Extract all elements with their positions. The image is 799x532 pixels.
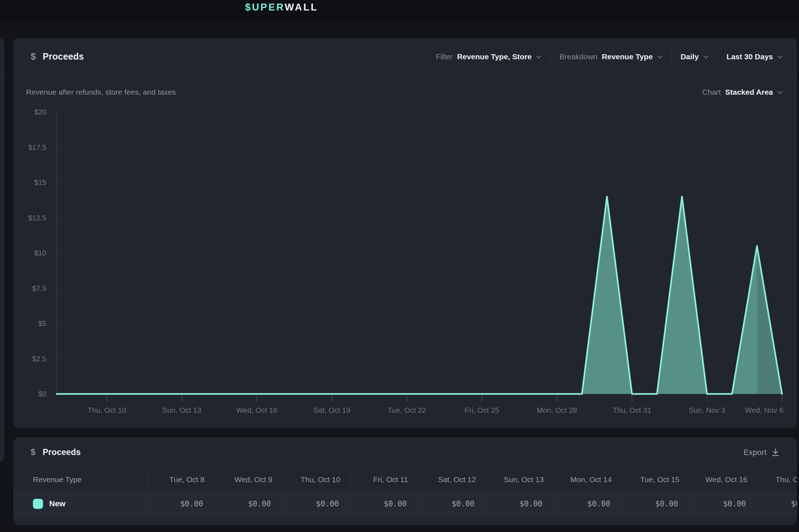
column-header: Tue, Oct 15 [623, 467, 691, 492]
export-label: Export [743, 448, 766, 457]
x-axis-label: Tue, Oct 22 [388, 406, 426, 414]
revenue-type-header: Revenue Type [13, 467, 148, 492]
table-column: Mon, Oct 14$0.00 [555, 467, 623, 525]
column-header: Mon, Oct 14 [555, 467, 623, 492]
column-header: Sun, Oct 13 [487, 467, 555, 492]
stacked-area-chart[interactable]: $0$2.5$5$7.5$10$12.5$15$17.5$20Thu, Oct … [13, 38, 797, 428]
table-cell[interactable]: $0.00 [487, 492, 555, 516]
table-cell[interactable]: $0.00 [623, 492, 691, 516]
table-date-columns: Tue, Oct 8$0.00Wed, Oct 9$0.00Thu, Oct 1… [148, 467, 797, 525]
x-axis-label: Sun, Oct 13 [162, 406, 201, 414]
table-row[interactable]: New [13, 492, 148, 516]
y-axis-label: $10 [34, 249, 46, 257]
table-column: Tue, Oct 15$0.00 [623, 467, 691, 525]
table-cell[interactable]: $0.00 [216, 492, 283, 516]
column-header: Wed, Oct 9 [216, 467, 283, 492]
adjacent-card-divider [0, 75, 4, 76]
superwall-logo: $UPERWALL [245, 2, 318, 13]
y-axis-label: $7.5 [32, 284, 46, 292]
area-fill [57, 197, 782, 394]
table-column: Sat, Oct 12$0.00 [419, 467, 487, 525]
y-axis-label: $2.5 [32, 355, 46, 363]
y-axis-label: $12.5 [28, 214, 46, 222]
x-axis-label: Sat, Oct 19 [313, 406, 351, 414]
table-column: Thu, Oct 10$0.00 [283, 467, 351, 525]
column-header: Tue, Oct 8 [148, 467, 215, 492]
table-divider [13, 492, 797, 492]
revenue-type-column: Revenue Type New [13, 467, 148, 525]
y-axis-label: $20 [34, 108, 46, 116]
x-axis-label: Mon, Oct 28 [537, 406, 577, 414]
table-column: Sun, Oct 13$0.00 [487, 467, 555, 525]
x-axis-label: Thu, Oct 10 [87, 406, 126, 414]
table-cell[interactable]: $0.00 [351, 492, 419, 516]
series-color-swatch [33, 499, 43, 509]
table-cell[interactable]: $0.00 [419, 492, 487, 516]
adjacent-card-edge [0, 38, 4, 463]
series-name: New [49, 499, 65, 509]
table-column: Wed, Oct 16$0.00 [691, 467, 759, 525]
table-column: Thu, Oct 17$0.00 [758, 467, 797, 525]
column-header: Fri, Oct 11 [351, 467, 419, 492]
x-axis-label: Fri, Oct 25 [465, 406, 499, 414]
column-header: Sat, Oct 12 [419, 467, 487, 492]
table-card-header: $ Proceeds Export [13, 437, 797, 467]
x-axis-label: Sun, Nov 3 [689, 406, 725, 414]
column-header: Wed, Oct 16 [691, 467, 759, 492]
table-cell[interactable]: $0.00 [148, 492, 215, 516]
logo-prefix: $UPER [245, 2, 285, 13]
top-bar: $UPERWALL [0, 0, 799, 21]
table-cell[interactable]: $0.00 [759, 492, 797, 516]
x-axis-label: Wed, Oct 16 [236, 406, 278, 414]
table-cell[interactable]: $0.00 [555, 492, 623, 516]
export-button[interactable]: Export [743, 437, 779, 467]
download-icon [772, 448, 779, 457]
column-header: Thu, Oct 10 [283, 467, 351, 492]
table-divider [13, 467, 797, 468]
y-axis-label: $0 [38, 390, 46, 398]
table-column: Fri, Oct 11$0.00 [351, 467, 419, 525]
table-column: Tue, Oct 8$0.00 [148, 467, 215, 525]
table-cell[interactable]: $0.00 [283, 492, 351, 516]
y-axis-label: $17.5 [28, 143, 46, 151]
table-card-title: Proceeds [43, 437, 81, 467]
proceeds-chart-card: $ Proceeds Filter Revenue Type, Store Br… [13, 38, 797, 428]
table-column: Wed, Oct 9$0.00 [215, 467, 283, 525]
table-cell[interactable]: $0.00 [691, 492, 759, 516]
column-header: Thu, Oct 17 [759, 467, 797, 492]
table-divider [13, 516, 797, 516]
dollar-icon: $ [31, 437, 35, 467]
logo-suffix: WALL [285, 2, 318, 13]
y-axis-label: $15 [34, 179, 46, 186]
y-axis-label: $5 [38, 319, 46, 327]
x-axis-label: Thu, Oct 31 [612, 406, 651, 414]
proceeds-table-card: $ Proceeds Export Revenue Type New Tue, … [13, 437, 797, 525]
x-axis-label: Wed, Nov 6 [745, 406, 783, 414]
